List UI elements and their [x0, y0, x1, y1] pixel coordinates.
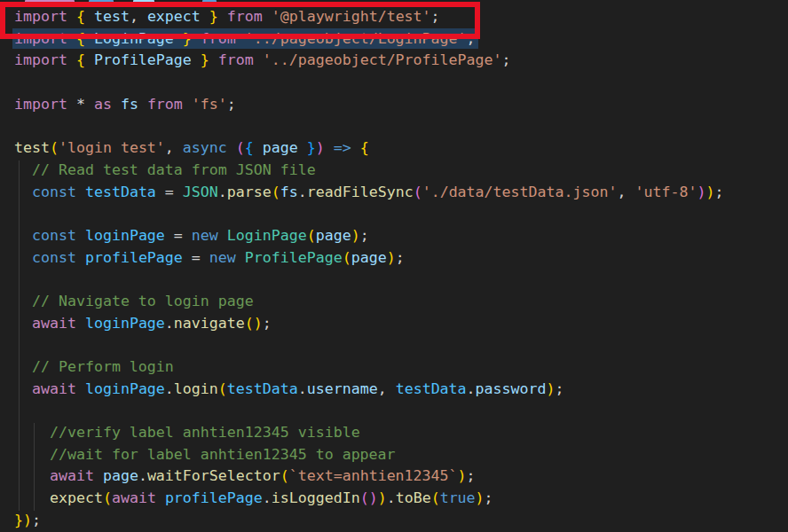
code-line[interactable]: import { test, expect } from '@playwrigh…: [14, 6, 723, 28]
code-token-kw_pink: await: [14, 380, 85, 397]
code-token-punct: =: [156, 184, 183, 200]
code-token-b_gold: ): [547, 380, 556, 397]
code-token-string_orange: 'fs': [192, 96, 227, 113]
code-token-kw_blue: const: [14, 227, 85, 244]
code-line[interactable]: [14, 334, 723, 356]
code-token-string_orange: '../pageobject/LoginPage': [245, 30, 467, 47]
code-token-func_yellow: login: [174, 380, 218, 397]
code-token-var_light: page: [316, 227, 351, 244]
code-token-var_const: loginPage: [85, 315, 165, 332]
code-token-b_blue: }: [298, 139, 316, 156]
code-token-punct: [14, 489, 50, 506]
code-token-kw_pink: import: [14, 30, 76, 47]
code-token-punct: .: [387, 489, 396, 506]
code-token-kw_pink: from: [138, 96, 192, 113]
code-token-b_gold: {: [76, 30, 94, 47]
code-line[interactable]: //wait for label anhtien12345 to appear: [14, 444, 723, 466]
code-token-var_const: profilePage: [165, 489, 263, 506]
code-token-punct: =: [183, 249, 209, 266]
code-area[interactable]: import { test, expect } from '@playwrigh…: [14, 6, 723, 532]
code-token-punct: ;: [263, 315, 272, 332]
code-line[interactable]: // Navigate to login page: [14, 291, 723, 313]
code-line[interactable]: // Read test data from JSON file: [14, 160, 723, 182]
code-line[interactable]: await page.waitForSelector(`text=anhtien…: [14, 466, 723, 488]
clipped-glyph-fragment: [133, 0, 154, 3]
code-token-b_gold: ): [351, 227, 360, 244]
code-token-var_light: ProfilePage: [94, 51, 192, 68]
code-token-punct: ,: [617, 184, 634, 200]
code-token-var_light: page: [263, 139, 298, 156]
code-token-b_pink: ): [697, 184, 705, 200]
code-token-kw_blue: async: [183, 139, 236, 156]
code-token-string_orange: '@playwright/test': [272, 8, 431, 25]
code-token-kw_pink: import: [14, 96, 76, 113]
code-token-b_gold: ): [387, 249, 396, 266]
code-token-punct: ;: [502, 51, 511, 68]
code-line[interactable]: expect(await profilePage.isLoggedIn()).t…: [14, 488, 723, 510]
code-token-func_yellow: waitForSelector: [147, 467, 280, 484]
code-token-var_light: page: [103, 467, 138, 484]
code-token-punct: ;: [32, 512, 41, 528]
code-line[interactable]: import * as fs from 'fs';: [14, 94, 723, 116]
code-token-kw_pink: as: [94, 96, 121, 113]
code-token-var_const: testData: [396, 380, 467, 397]
code-token-class_teal: JSON: [183, 184, 218, 200]
code-token-punct: .: [263, 489, 272, 506]
code-token-b_gold: {: [76, 8, 94, 25]
code-line[interactable]: [14, 269, 723, 291]
code-token-punct: ;: [360, 227, 369, 244]
code-line[interactable]: // Perform login: [14, 356, 723, 379]
clipped-glyph-fragment: [202, 0, 217, 3]
code-token-b_gold: {: [360, 139, 369, 156]
code-token-kw_pink: await: [14, 315, 85, 332]
code-token-punct: ;: [556, 380, 564, 397]
code-token-b_gold: (: [218, 380, 227, 397]
code-line[interactable]: });: [14, 510, 723, 532]
code-token-b_gold: ): [705, 184, 714, 200]
code-token-func_yellow: isLoggedIn: [272, 489, 360, 506]
code-token-var_light: page: [351, 249, 387, 266]
code-token-b_gold: (: [50, 139, 59, 156]
code-line[interactable]: import { LoginPage } from '../pageobject…: [14, 28, 723, 51]
code-token-b_gold: }: [174, 30, 192, 47]
code-line[interactable]: import { ProfilePage } from '../pageobje…: [14, 50, 723, 72]
selection-highlight: import { LoginPage } from '../pageobject…: [12, 28, 478, 49]
code-line[interactable]: const testData = JSON.parse(fs.readFileS…: [14, 182, 723, 204]
code-token-b_pink: (: [414, 184, 422, 200]
code-token-b_pink: (: [236, 139, 245, 156]
code-token-func_yellow: parse: [227, 184, 272, 200]
code-token-func_yellow: expect: [50, 489, 103, 506]
code-token-b_gold: ): [458, 467, 467, 484]
code-line[interactable]: [14, 72, 723, 94]
code-token-comment_green: //wait for label anhtien12345 to appear: [14, 446, 396, 463]
code-token-punct: ,: [378, 380, 396, 397]
code-line[interactable]: const loginPage = new LoginPage(page);: [14, 225, 723, 247]
code-token-b_gold: (: [272, 184, 280, 200]
code-token-b_blue: {: [245, 139, 263, 156]
code-token-b_gold: (: [431, 489, 440, 506]
code-line[interactable]: await loginPage.login(testData.username,…: [14, 379, 723, 401]
code-line[interactable]: await loginPage.navigate();: [14, 313, 723, 335]
code-token-func_yellow: test: [14, 139, 50, 156]
code-line[interactable]: test('login test', async ({ page }) => {: [14, 137, 723, 160]
code-token-punct: .: [218, 184, 227, 200]
code-token-punct: .: [298, 380, 307, 397]
code-line[interactable]: [14, 400, 723, 422]
code-token-var_light: fs: [280, 184, 298, 200]
code-line[interactable]: const profilePage = new ProfilePage(page…: [14, 247, 723, 270]
code-token-var_const: loginPage: [85, 227, 165, 244]
code-token-kw_blue: true: [440, 489, 476, 506]
code-line[interactable]: //verify label anhtien12345 visible: [14, 422, 723, 444]
code-token-kw_pink: from: [192, 30, 245, 47]
code-token-var_light: fs: [121, 96, 138, 113]
code-line[interactable]: [14, 115, 723, 137]
code-token-var_const: loginPage: [85, 380, 165, 397]
code-token-punct: ;: [227, 96, 236, 113]
code-token-kw_pink: import: [14, 8, 76, 25]
code-token-comment_green: // Read test data from JSON file: [14, 161, 316, 178]
code-token-func_yellow: readFileSync: [307, 184, 414, 200]
code-token-punct: .: [165, 380, 174, 397]
code-token-var_light: LoginPage: [94, 30, 174, 47]
code-token-var_const: testData: [227, 380, 298, 397]
code-line[interactable]: [14, 203, 723, 225]
